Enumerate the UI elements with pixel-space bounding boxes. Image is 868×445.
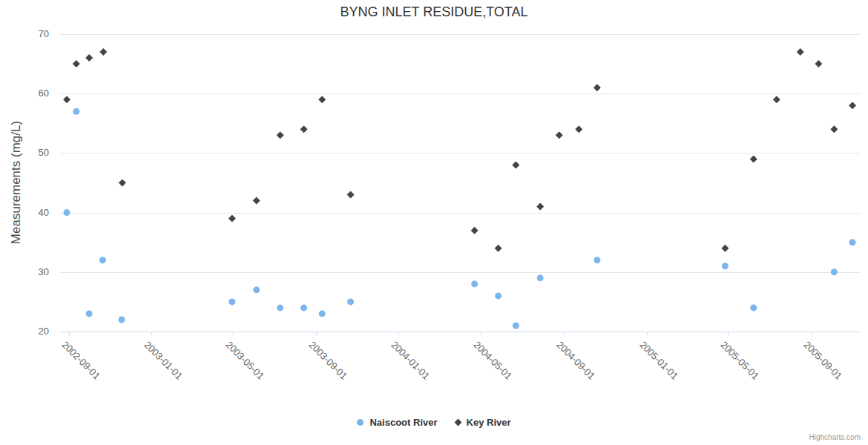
- data-point-key-river[interactable]: [99, 48, 107, 56]
- y-axis-label: 20: [0, 326, 49, 337]
- data-point-naiscoot-river[interactable]: [253, 286, 260, 293]
- data-point-key-river[interactable]: [73, 60, 80, 67]
- data-point-key-river[interactable]: [300, 125, 308, 133]
- legend-item-key-river[interactable]: Key River: [456, 417, 511, 428]
- data-point-naiscoot-river[interactable]: [319, 310, 326, 317]
- data-point-key-river[interactable]: [318, 96, 326, 103]
- data-point-key-river[interactable]: [63, 96, 70, 103]
- data-point-key-river[interactable]: [830, 125, 838, 133]
- y-axis-label: 40: [0, 208, 49, 218]
- data-point-key-river[interactable]: [495, 245, 502, 252]
- highcharts-credit[interactable]: Highcharts.com: [809, 433, 861, 441]
- data-point-key-river[interactable]: [347, 191, 355, 199]
- plot-area: [0, 0, 868, 445]
- data-point-naiscoot-river[interactable]: [99, 257, 106, 263]
- data-point-naiscoot-river[interactable]: [64, 209, 70, 216]
- data-point-key-river[interactable]: [85, 54, 93, 62]
- data-point-key-river[interactable]: [750, 155, 757, 162]
- data-point-key-river[interactable]: [119, 179, 126, 187]
- legend-item-naiscoot-river[interactable]: Naiscoot River: [357, 417, 437, 428]
- data-point-naiscoot-river[interactable]: [750, 304, 757, 311]
- y-axis-label: 30: [0, 267, 49, 277]
- data-point-key-river[interactable]: [471, 227, 479, 234]
- data-point-key-river[interactable]: [228, 215, 236, 222]
- data-point-naiscoot-river[interactable]: [513, 322, 519, 329]
- chart-container: BYNG INLET RESIDUE,TOTAL Measurements (m…: [0, 0, 868, 445]
- data-point-naiscoot-river[interactable]: [471, 280, 478, 287]
- data-point-naiscoot-river[interactable]: [537, 274, 544, 281]
- data-point-naiscoot-river[interactable]: [831, 268, 838, 275]
- data-point-naiscoot-river[interactable]: [722, 263, 729, 269]
- data-point-naiscoot-river[interactable]: [277, 304, 283, 311]
- data-point-naiscoot-river[interactable]: [73, 108, 79, 115]
- data-point-naiscoot-river[interactable]: [300, 304, 307, 311]
- y-axis-label: 70: [0, 29, 49, 39]
- data-point-key-river[interactable]: [721, 245, 729, 252]
- data-point-naiscoot-river[interactable]: [86, 310, 93, 317]
- data-point-key-river[interactable]: [253, 197, 260, 205]
- data-point-naiscoot-river[interactable]: [495, 292, 502, 299]
- data-point-naiscoot-river[interactable]: [347, 298, 354, 305]
- y-axis-label: 50: [0, 148, 49, 158]
- data-point-key-river[interactable]: [849, 102, 856, 109]
- data-point-key-river[interactable]: [512, 161, 519, 168]
- data-point-key-river[interactable]: [773, 96, 780, 103]
- data-point-key-river[interactable]: [536, 203, 544, 211]
- data-point-naiscoot-river[interactable]: [118, 316, 125, 323]
- legend-label-key-river: Key River: [467, 417, 511, 428]
- key-river-diamond-icon: [454, 419, 461, 426]
- data-point-naiscoot-river[interactable]: [594, 257, 600, 263]
- data-point-key-river[interactable]: [556, 131, 563, 139]
- legend: Naiscoot River Key River: [0, 417, 868, 428]
- data-point-key-river[interactable]: [277, 131, 284, 139]
- naiscoot-river-circle-icon: [357, 419, 364, 426]
- data-point-naiscoot-river[interactable]: [849, 239, 856, 245]
- data-point-key-river[interactable]: [797, 48, 804, 56]
- legend-label-naiscoot-river: Naiscoot River: [369, 417, 437, 428]
- y-axis-label: 60: [0, 88, 49, 99]
- data-point-key-river[interactable]: [815, 60, 822, 67]
- data-point-key-river[interactable]: [575, 125, 582, 133]
- data-point-key-river[interactable]: [594, 84, 601, 91]
- data-point-naiscoot-river[interactable]: [228, 298, 235, 305]
